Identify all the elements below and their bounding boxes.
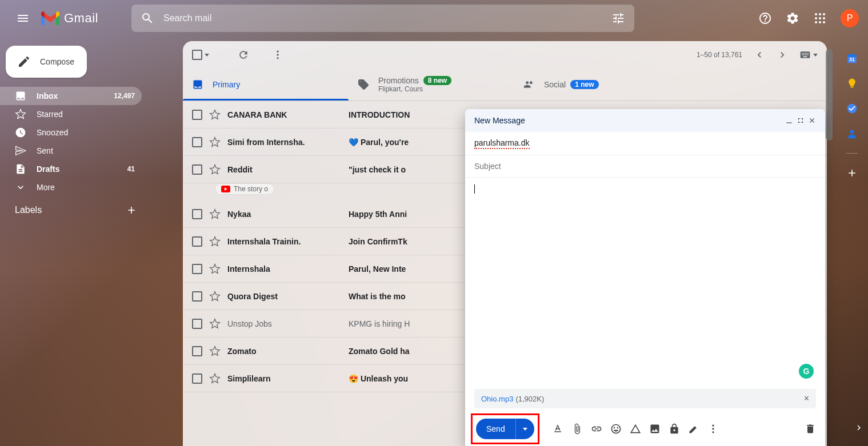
email-checkbox[interactable] — [192, 373, 202, 384]
email-checkbox[interactable] — [192, 209, 202, 219]
attachment-name: Ohio.mp3 — [481, 395, 513, 403]
emoji-icon[interactable] — [610, 423, 622, 435]
minimize-icon[interactable] — [785, 116, 793, 124]
scrollbar[interactable] — [826, 49, 833, 140]
star-icon[interactable] — [209, 263, 221, 275]
grammarly-icon[interactable]: G — [799, 364, 814, 379]
signature-icon[interactable] — [688, 423, 699, 435]
compose-to-field[interactable]: parulsharma.dk — [465, 132, 825, 155]
compose-subject-field[interactable] — [465, 155, 825, 178]
gmail-logo[interactable]: Gmail — [41, 11, 98, 26]
compose-body[interactable]: G — [465, 178, 825, 385]
nav-starred[interactable]: Starred — [0, 105, 142, 123]
star-icon[interactable] — [209, 164, 221, 175]
email-checkbox[interactable] — [192, 110, 202, 120]
star-icon[interactable] — [209, 109, 221, 120]
pencil-icon — [17, 55, 31, 69]
nav-drafts[interactable]: Drafts41 — [0, 160, 142, 178]
confidential-icon[interactable] — [669, 423, 680, 435]
search-options-icon[interactable] — [611, 11, 625, 25]
contacts-icon[interactable] — [846, 128, 858, 139]
email-checkbox[interactable] — [192, 291, 202, 302]
dropdown-arrow-icon[interactable] — [205, 54, 209, 57]
svg-point-2 — [823, 13, 825, 15]
discard-icon[interactable] — [805, 423, 816, 435]
nav-snoozed[interactable]: Snoozed — [0, 123, 142, 142]
star-icon[interactable] — [209, 208, 221, 220]
dropdown-arrow-icon — [813, 54, 818, 57]
attachment-chip[interactable]: The story o — [215, 183, 274, 195]
more-options-icon[interactable] — [707, 423, 719, 435]
drive-icon[interactable] — [630, 423, 641, 435]
compose-header: New Message — [465, 109, 825, 132]
search-box[interactable] — [131, 5, 634, 32]
refresh-icon[interactable] — [238, 49, 249, 61]
hide-side-panel-icon[interactable] — [852, 421, 866, 435]
compose-label: Compose — [40, 57, 74, 66]
format-icon[interactable] — [552, 423, 563, 435]
email-checkbox[interactable] — [192, 319, 202, 329]
compose-button[interactable]: Compose — [6, 46, 87, 78]
add-label-icon[interactable] — [126, 204, 137, 216]
svg-point-14 — [712, 428, 714, 429]
close-icon[interactable] — [808, 116, 816, 124]
star-icon[interactable] — [209, 345, 221, 357]
nav-more[interactable]: More — [0, 178, 142, 196]
star-icon[interactable] — [209, 373, 221, 384]
more-icon — [15, 182, 26, 193]
attach-icon[interactable] — [571, 423, 583, 435]
nav-sent[interactable]: Sent — [0, 142, 142, 160]
tab-primary[interactable]: Primary — [183, 69, 349, 101]
apps-button[interactable] — [809, 7, 831, 30]
compose-attachment[interactable]: Ohio.mp3 (1,902K) × — [474, 389, 816, 408]
input-tools[interactable] — [799, 49, 818, 61]
account-avatar[interactable]: P — [841, 9, 859, 27]
dropdown-arrow-icon — [523, 428, 527, 431]
support-button[interactable] — [754, 7, 777, 30]
send-highlight: Send — [471, 413, 539, 444]
svg-point-3 — [815, 17, 817, 19]
svg-point-10 — [277, 54, 278, 55]
email-checkbox[interactable] — [192, 137, 202, 147]
email-sender: Internshala — [227, 264, 342, 274]
star-icon[interactable] — [209, 136, 221, 148]
email-checkbox[interactable] — [192, 164, 202, 175]
search-input[interactable] — [163, 13, 602, 23]
get-addons-icon[interactable] — [846, 167, 858, 179]
more-icon[interactable] — [272, 49, 283, 61]
gmail-m-icon — [41, 11, 59, 25]
star-icon[interactable] — [209, 291, 221, 302]
email-checkbox[interactable] — [192, 346, 202, 356]
star-icon[interactable] — [209, 318, 221, 330]
send-button[interactable]: Send — [476, 419, 534, 439]
calendar-icon[interactable]: 31 — [846, 53, 858, 64]
compose-subject-input[interactable] — [474, 162, 816, 171]
next-page-icon[interactable] — [777, 49, 788, 61]
search-icon — [141, 11, 154, 25]
link-icon[interactable] — [591, 423, 602, 435]
star-icon[interactable] — [209, 236, 221, 247]
svg-point-1 — [819, 13, 821, 15]
send-options-button[interactable] — [516, 428, 534, 431]
tab-social[interactable]: Social1 new — [514, 69, 680, 101]
gear-icon — [786, 11, 799, 25]
select-all[interactable] — [192, 50, 209, 60]
image-icon[interactable] — [649, 423, 661, 435]
tag-icon — [358, 79, 369, 90]
svg-point-15 — [712, 431, 714, 433]
tab-promotions[interactable]: Promotions8 new Flipkart, Cours — [349, 69, 514, 101]
nav-inbox[interactable]: Inbox12,497 — [0, 87, 142, 105]
svg-point-8 — [823, 21, 825, 23]
email-checkbox[interactable] — [192, 236, 202, 247]
fullscreen-icon[interactable] — [797, 116, 805, 124]
select-all-checkbox[interactable] — [192, 50, 202, 60]
tasks-icon[interactable] — [846, 103, 858, 114]
keep-icon[interactable] — [846, 78, 858, 89]
prev-page-icon[interactable] — [754, 49, 765, 61]
email-sender: Simi from Internsha. — [227, 138, 342, 147]
email-checkbox[interactable] — [192, 264, 202, 274]
email-sender: CANARA BANK — [227, 110, 342, 119]
settings-button[interactable] — [781, 7, 804, 30]
main-menu-button[interactable] — [9, 5, 37, 32]
remove-attachment-icon[interactable]: × — [804, 393, 809, 404]
